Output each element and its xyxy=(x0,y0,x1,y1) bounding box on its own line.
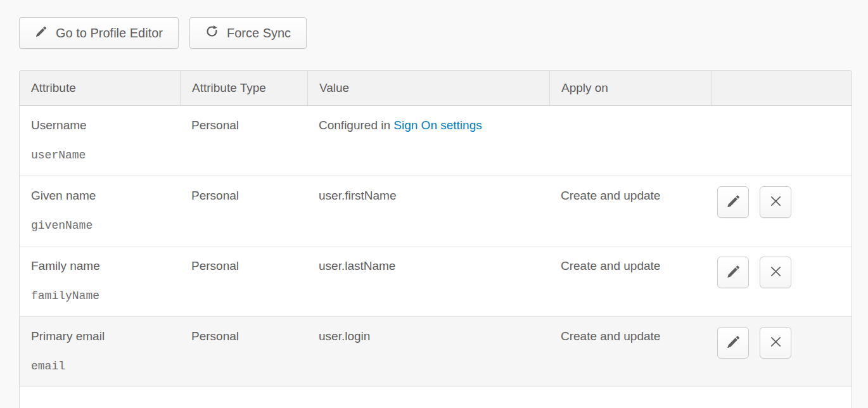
table-row-given-name: Given name givenName Personal user.first… xyxy=(20,175,852,246)
edit-attribute-button[interactable] xyxy=(717,257,749,288)
page: { "toolbar": { "buttons": [ { "label": "… xyxy=(0,0,868,408)
sign-on-settings-link[interactable]: Sign On settings xyxy=(393,118,482,132)
attribute-cell: Given name givenName xyxy=(20,176,180,246)
toolbar: Go to Profile Editor Force Sync xyxy=(0,0,868,49)
actions-cell xyxy=(711,106,852,175)
apply-on-cell: Create and update xyxy=(549,246,711,316)
column-header-actions xyxy=(711,71,852,105)
attribute-mappings-table: Attribute Attribute Type Value Apply on … xyxy=(19,70,852,408)
go-to-profile-editor-label: Go to Profile Editor xyxy=(56,26,163,41)
table-row-primary-email: Primary email email Personal user.login … xyxy=(20,316,852,386)
apply-on-cell: Create and update xyxy=(549,317,711,386)
value-cell: user.lastName xyxy=(307,246,549,316)
attribute-cell: Username userName xyxy=(20,106,180,175)
attribute-label: Username xyxy=(31,118,172,133)
apply-on-cell xyxy=(549,106,711,175)
attribute-cell: Family name familyName xyxy=(20,246,180,316)
x-icon xyxy=(769,264,783,281)
attribute-type-cell: Personal xyxy=(180,246,307,316)
attribute-type-cell: Personal xyxy=(180,176,307,246)
attribute-cell: Primary email email xyxy=(20,317,180,386)
force-sync-label: Force Sync xyxy=(227,26,291,41)
delete-attribute-button[interactable] xyxy=(760,327,791,359)
pencil-icon xyxy=(35,25,48,41)
attribute-label: Family name xyxy=(31,258,172,274)
edit-attribute-button[interactable] xyxy=(717,186,749,218)
attribute-label: Given name xyxy=(31,188,172,203)
table-row-username: Username userName Personal Configured in… xyxy=(20,105,852,175)
x-icon xyxy=(769,194,783,210)
table-header-row: Attribute Attribute Type Value Apply on xyxy=(20,71,852,105)
attribute-variable: userName xyxy=(31,148,172,163)
attribute-label: Primary email xyxy=(31,329,172,344)
attribute-variable: givenName xyxy=(31,218,172,233)
go-to-profile-editor-button[interactable]: Go to Profile Editor xyxy=(19,17,179,49)
pencil-icon xyxy=(725,335,741,352)
edit-attribute-button[interactable] xyxy=(717,327,749,359)
column-header-attribute: Attribute xyxy=(20,71,180,105)
refresh-icon xyxy=(205,25,219,41)
actions-cell xyxy=(711,317,852,386)
column-header-value: Value xyxy=(307,71,549,105)
apply-on-cell: Create and update xyxy=(549,176,711,246)
partial-table-row xyxy=(20,386,852,408)
delete-attribute-button[interactable] xyxy=(760,186,791,218)
value-cell: user.firstName xyxy=(307,176,549,246)
column-header-attribute-type: Attribute Type xyxy=(180,71,307,105)
table-row-family-name: Family name familyName Personal user.las… xyxy=(20,246,852,316)
attribute-variable: email xyxy=(31,359,172,374)
value-cell: Configured in Sign On settings xyxy=(307,106,549,175)
value-cell: user.login xyxy=(307,317,549,386)
column-header-apply-on: Apply on xyxy=(549,71,711,105)
attribute-type-cell: Personal xyxy=(180,106,307,175)
value-text: Configured in xyxy=(319,118,390,132)
pencil-icon xyxy=(725,194,741,211)
actions-cell xyxy=(711,176,852,246)
attribute-type-cell: Personal xyxy=(180,317,307,386)
x-icon xyxy=(769,335,783,351)
actions-cell xyxy=(711,246,852,316)
delete-attribute-button[interactable] xyxy=(760,257,791,288)
attribute-variable: familyName xyxy=(31,288,172,303)
force-sync-button[interactable]: Force Sync xyxy=(189,17,307,49)
pencil-icon xyxy=(725,264,741,281)
